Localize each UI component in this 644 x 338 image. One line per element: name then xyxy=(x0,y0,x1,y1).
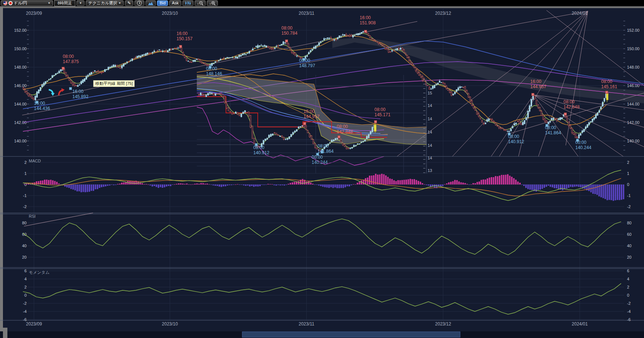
timeframe-display[interactable]: 8時間足 xyxy=(54,0,75,6)
date-label-bottom: 2023/09 xyxy=(26,321,42,327)
candle-body xyxy=(420,75,421,77)
scrollbar-corner xyxy=(3,328,7,338)
candlestick-chart-button[interactable] xyxy=(182,0,193,6)
zoom-out-button[interactable]: ↕ xyxy=(195,0,206,6)
candle-body xyxy=(213,63,214,64)
candle-body xyxy=(592,119,593,122)
inset-candle-body xyxy=(204,94,205,96)
price-annotation: 150.157 xyxy=(177,36,193,41)
candle-body xyxy=(88,75,89,76)
technical-select-button[interactable]: テクニカル選択 ▼ xyxy=(86,0,124,6)
macd-histogram-bar xyxy=(340,184,342,188)
timeframe-dropdown-button[interactable]: ▼ xyxy=(76,0,85,6)
candle-body xyxy=(254,48,255,48)
area-chart-button[interactable] xyxy=(145,0,156,6)
macd-histogram-bar xyxy=(470,184,472,184)
svg-text:↕: ↕ xyxy=(197,2,199,6)
candle-body xyxy=(417,69,418,73)
inset-candle-body xyxy=(254,138,255,144)
candle-body xyxy=(351,35,352,37)
candle-body xyxy=(273,48,274,49)
macd-histogram-bar xyxy=(428,184,429,186)
candle-body xyxy=(437,83,438,84)
macd-histogram-bar xyxy=(219,184,220,187)
mountain-icon xyxy=(148,1,153,5)
candle-body xyxy=(575,134,576,138)
candle-body xyxy=(169,49,170,51)
candle-body xyxy=(602,102,603,106)
chart-canvas[interactable]: 152.00152.00150.00150.00148.00148.00146.… xyxy=(0,0,644,338)
candle-body xyxy=(391,51,393,51)
macd-histogram-bar xyxy=(180,183,182,184)
price-axis-label-left: 152.00 xyxy=(14,28,27,32)
indicator-axis-label-right: 0 xyxy=(627,182,629,187)
candle-body xyxy=(186,58,187,61)
candle-body xyxy=(500,128,501,128)
macd-histogram-bar xyxy=(231,184,232,185)
macd-histogram-bar xyxy=(148,184,149,185)
macd-histogram-bar xyxy=(286,184,287,185)
inset-candle-body xyxy=(366,136,367,139)
candle-body xyxy=(230,58,231,58)
scrollbar-thumb[interactable] xyxy=(242,332,460,337)
price-axis-label-left: 140.00 xyxy=(14,139,27,143)
inset-candle-body xyxy=(265,139,266,141)
macd-histogram-bar xyxy=(544,184,545,188)
candle-body xyxy=(414,66,415,68)
candle-body xyxy=(476,111,477,114)
bid-button[interactable]: Bid xyxy=(157,0,168,6)
candle-body xyxy=(488,119,489,121)
candle-body xyxy=(215,62,216,62)
macd-histogram-bar xyxy=(172,184,174,185)
macd-histogram-bar xyxy=(548,184,549,186)
candle-body xyxy=(480,117,481,119)
zoom-in-button[interactable]: ↕ xyxy=(207,0,218,6)
candle-body xyxy=(514,124,515,125)
candle-body xyxy=(161,51,162,51)
candle-body xyxy=(363,31,364,32)
date-label-bottom: 2023/10 xyxy=(162,321,178,327)
candle-body xyxy=(31,97,32,99)
inset-candle-body xyxy=(239,114,240,115)
price-annotation: 144.957 xyxy=(304,114,320,119)
macd-histogram-bar xyxy=(282,184,283,185)
candle-body xyxy=(218,61,219,61)
chevron-down-icon: ▼ xyxy=(48,1,51,6)
macd-histogram-bar xyxy=(247,184,249,186)
candle-body xyxy=(188,61,189,61)
candle-body xyxy=(505,130,506,130)
inset-candle-body xyxy=(283,137,284,139)
indicator-axis-label-right: 40 xyxy=(627,244,631,248)
indicator-axis-label-right: -2 xyxy=(627,204,631,209)
draw-tool-button[interactable]: ✎ xyxy=(125,0,133,6)
indicator-axis-label-left: -2 xyxy=(23,204,27,209)
macd-histogram-bar xyxy=(517,182,519,184)
inset-candle-body xyxy=(237,113,238,114)
candle-body xyxy=(48,79,49,80)
macd-histogram-bar xyxy=(217,184,218,186)
info-button[interactable]: i xyxy=(134,0,144,6)
currency-pair-select[interactable]: ドル/円 ▼ xyxy=(1,0,53,6)
macd-histogram-bar xyxy=(154,184,155,186)
candle-body xyxy=(359,34,360,34)
ask-button[interactable]: Ask xyxy=(169,0,181,6)
macd-histogram-bar xyxy=(552,184,553,187)
candle-body xyxy=(74,83,75,86)
macd-histogram-bar xyxy=(619,184,620,200)
candle-body xyxy=(128,62,129,62)
macd-histogram-bar xyxy=(141,183,143,184)
candle-body xyxy=(198,59,199,60)
indicator-axis-label-right: -1 xyxy=(627,193,631,198)
candle-body xyxy=(577,137,578,138)
candle-body xyxy=(89,73,90,75)
macd-histogram-bar xyxy=(75,184,76,190)
candle-body xyxy=(587,124,588,127)
macd-histogram-bar xyxy=(48,180,49,184)
macd-histogram-bar xyxy=(353,184,354,184)
candle-body xyxy=(157,51,158,51)
macd-histogram-bar xyxy=(328,184,330,188)
macd-histogram-bar xyxy=(497,176,499,184)
price-annotation: 08:00 xyxy=(545,125,556,130)
price-annotation: 151.908 xyxy=(360,20,376,25)
candle-body xyxy=(125,63,126,64)
